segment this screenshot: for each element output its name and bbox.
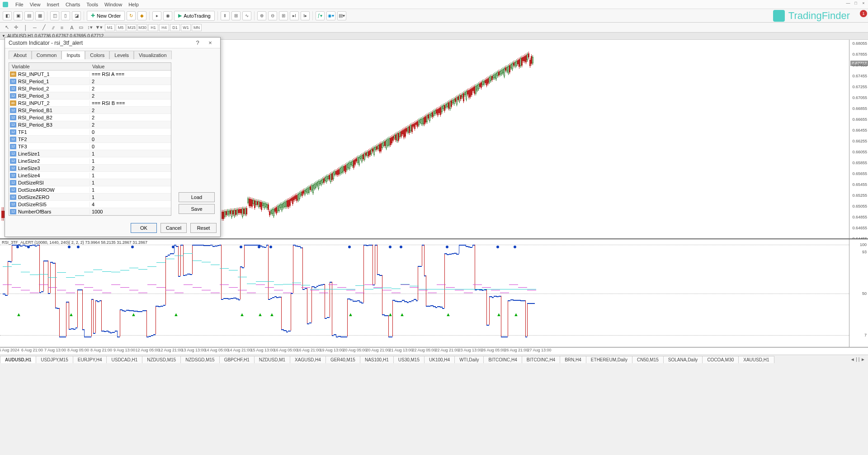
chart-tab[interactable]: BITCOINC,H4	[483, 356, 522, 363]
load-button[interactable]: Load	[179, 192, 215, 202]
tf-m15[interactable]: M15	[127, 24, 137, 31]
new-order-button[interactable]: ✚New Order	[87, 11, 125, 21]
param-row[interactable]: 12RSI_Period_32	[9, 92, 171, 100]
param-row[interactable]: 12LineSize32	[9, 165, 171, 172]
indicator-panel[interactable]: RSI_3TF_ALERT (10080, 1440, 240)( 2, 2, …	[0, 239, 868, 347]
hline-icon[interactable]: ─	[31, 24, 39, 31]
tf-w1[interactable]: W1	[181, 24, 191, 31]
dialog-tab-about[interactable]: About	[9, 51, 32, 59]
tb-period-icon[interactable]: ◉▾	[326, 11, 335, 20]
param-row[interactable]: 12RSI_Period_B32	[9, 121, 171, 128]
chart-tab[interactable]: US30,M15	[393, 356, 425, 363]
save-button[interactable]: Save	[179, 204, 215, 214]
chart-tab[interactable]: BITCOINC,H4	[522, 356, 560, 363]
param-row[interactable]: 12LineSize41	[9, 172, 171, 179]
tb-autoscroll-icon[interactable]: ⊞	[279, 11, 288, 20]
tb-zoom-out-icon[interactable]: ⊖	[268, 11, 277, 20]
vline-icon[interactable]: │	[22, 24, 30, 31]
close-icon[interactable]: ×	[860, 1, 867, 7]
chart-tab[interactable]: USDJPY,M15	[36, 356, 73, 363]
channel-icon[interactable]: ⫽	[49, 24, 57, 31]
chart-tab[interactable]: XAGUSD,H4	[290, 356, 326, 363]
tb-candle-icon[interactable]: ⊞	[231, 11, 241, 20]
params-table[interactable]: Variable Value abRSI_INPUT_1=== RSI A ==…	[9, 62, 171, 216]
tf-mn[interactable]: MN	[192, 24, 202, 31]
menu-charts[interactable]: Charts	[66, 2, 80, 7]
dialog-close-icon[interactable]: ×	[204, 39, 217, 46]
chart-tab[interactable]: GBPCHF,H1	[219, 356, 255, 363]
menu-view[interactable]: View	[30, 2, 41, 7]
crosshair-icon[interactable]: ✛	[12, 24, 20, 31]
chart-tab[interactable]: GER40,M15	[326, 356, 360, 363]
param-row[interactable]: 12TF20	[9, 136, 171, 143]
tf-h1[interactable]: H1	[148, 24, 158, 31]
chart-tab[interactable]: NZDUSD,M15	[142, 356, 181, 363]
menu-window[interactable]: Window	[104, 2, 122, 7]
arrow-icon[interactable]: ↕▾	[86, 24, 94, 31]
param-row[interactable]: abRSI_INPUT_1=== RSI A ===	[9, 71, 171, 78]
tb-zoom-in-icon[interactable]: ⊕	[257, 11, 266, 20]
menu-tools[interactable]: Tools	[86, 2, 98, 7]
fibo-icon[interactable]: ≡	[58, 24, 66, 31]
dialog-tab-visualization[interactable]: Visualization	[134, 51, 172, 59]
ok-button[interactable]: OK	[131, 223, 157, 233]
chart-tab[interactable]: SOLANA,Daily	[663, 356, 703, 363]
param-row[interactable]: 12DotSizeZERO1	[9, 194, 171, 201]
label-icon[interactable]: ▭	[77, 24, 85, 31]
chart-tab[interactable]: CN50,M15	[632, 356, 664, 363]
tf-d1[interactable]: D1	[170, 24, 180, 31]
param-row[interactable]: 12DotSizeRSI54	[9, 201, 171, 208]
tf-m5[interactable]: M5	[116, 24, 126, 31]
param-row[interactable]: 12RSI_Period_12	[9, 78, 171, 85]
dialog-tab-colors[interactable]: Colors	[85, 51, 109, 59]
tb-template-icon[interactable]: ▤▾	[337, 11, 346, 20]
param-row[interactable]: 12NumberOfBars1000	[9, 208, 171, 215]
chart-tab[interactable]: EURJPY,H4	[73, 356, 107, 363]
tb-save-icon[interactable]: ▤	[24, 11, 33, 20]
cursor-icon[interactable]: ↖	[3, 24, 11, 31]
chart-tab[interactable]: XAUUSD,H1	[738, 356, 774, 363]
tb-profiles-icon[interactable]: ▦	[35, 11, 44, 20]
param-row[interactable]: abRSI_INPUT_2=== RSI B ===	[9, 100, 171, 107]
trendline-icon[interactable]: ╱	[40, 24, 48, 31]
autotrading-button[interactable]: ▶AutoTrading	[174, 11, 215, 21]
chart-tab[interactable]: NAS100,H1	[360, 356, 394, 363]
param-row[interactable]: 12TF10	[9, 128, 171, 136]
chart-tab[interactable]: NZDSGD,M15	[180, 356, 219, 363]
tb-signals-icon[interactable]: ◉	[163, 11, 172, 20]
chart-tab[interactable]: WTI,Daily	[454, 356, 484, 363]
chart-tab[interactable]: COCOA,M30	[702, 356, 739, 363]
chart-tab[interactable]: NZDUSD,M1	[254, 356, 290, 363]
maximize-icon[interactable]: □	[852, 1, 859, 7]
dialog-titlebar[interactable]: Custom Indicator - rsi_3tf_alert ? ×	[5, 38, 220, 48]
chart-tab[interactable]: UK100,H4	[424, 356, 455, 363]
tb-new-chart-icon[interactable]: ◧	[3, 11, 12, 20]
dialog-tab-levels[interactable]: Levels	[109, 51, 134, 59]
param-row[interactable]: 12LineSize21	[9, 157, 171, 165]
tf-m1[interactable]: M1	[105, 24, 115, 31]
param-row[interactable]: 12RSI_Period_22	[9, 85, 171, 92]
shape-icon[interactable]: ▼▾	[95, 24, 103, 31]
param-row[interactable]: 12DotSizeARROW1	[9, 186, 171, 194]
param-row[interactable]: 12TF30	[9, 143, 171, 150]
chart-tab[interactable]: BRN,H4	[560, 356, 586, 363]
param-row[interactable]: 12RSI_Period_B22	[9, 114, 171, 121]
cancel-button[interactable]: Cancel	[160, 223, 187, 233]
dialog-help-icon[interactable]: ?	[191, 39, 204, 46]
tb-folder-icon[interactable]: ▣	[14, 11, 23, 20]
tb-market-icon[interactable]: ▯	[61, 11, 70, 20]
notification-badge[interactable]: 1	[860, 10, 867, 17]
tb-meta-icon[interactable]: ◆	[137, 11, 146, 20]
dialog-tab-inputs[interactable]: Inputs	[61, 51, 85, 59]
tb-shift2-icon[interactable]: Ⅰ▸	[301, 11, 310, 20]
menu-help[interactable]: Help	[128, 2, 139, 7]
text-icon[interactable]: A	[68, 24, 76, 31]
tb-indicator-icon[interactable]: ƒ▾	[316, 11, 325, 20]
dialog-tab-common[interactable]: Common	[32, 51, 62, 59]
tb-expert-icon[interactable]: ▸	[152, 11, 161, 20]
chart-tab[interactable]: USDCAD,H1	[106, 356, 142, 363]
tab-scroll[interactable]: ◄ | | ►	[848, 357, 868, 362]
reset-button[interactable]: Reset	[190, 223, 217, 233]
tb-nav-icon[interactable]: ◫	[50, 11, 59, 20]
param-row[interactable]: 12DotSizeRSI1	[9, 179, 171, 186]
